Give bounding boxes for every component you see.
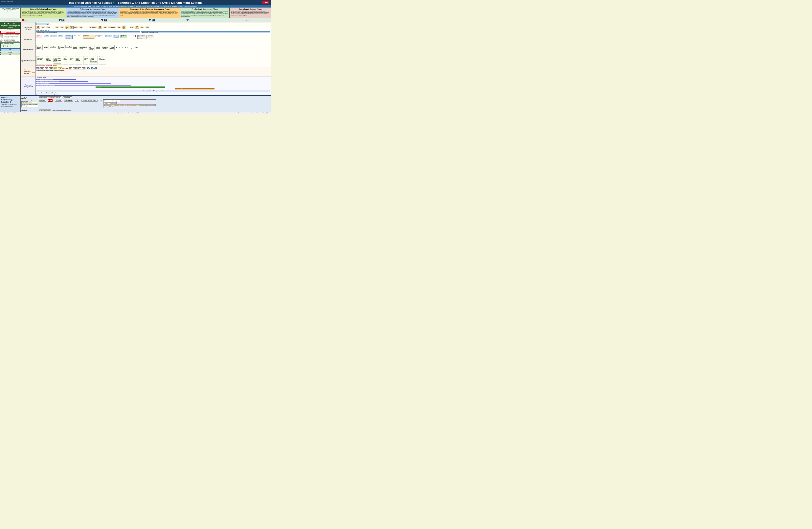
phase-ops-desc: Execute support program that meets mater… <box>231 11 270 16</box>
phase-ops-header: Operations & Support Phase Execute suppo… <box>230 8 271 18</box>
rdte-sys-dev: RDT&E – Systems Development & Demonstrat… <box>36 85 131 86</box>
phase-tech-desc: Reduce technology risk; determine and ma… <box>67 11 118 17</box>
contracting-arrow-2: → <box>64 36 64 37</box>
sdr-box: SDR <box>49 68 53 69</box>
dod-testimony-box: DoD Testimony <box>103 100 112 102</box>
rdte-bar-4: RDT&E – Systems Development & Demonstrat… <box>36 85 271 86</box>
full-rate-prod-systems: Full-RateProductionSystems <box>102 45 108 50</box>
contracting-arrow-4: → <box>104 36 105 37</box>
prr-box: PRR <box>69 68 72 69</box>
demo-support-title: DemonstrateProductSupportCapability <box>75 56 82 61</box>
ms-a-triangle <box>58 19 61 21</box>
cost-est-label: Cost Estimation Methods <box>36 77 46 78</box>
icd-box: ICD <box>0 48 20 51</box>
dod-budget-box: FYDP updated <box>64 100 73 102</box>
ppbe-row-1: Military Departments and Defense Agencie… <box>21 96 270 99</box>
mdd-label: MDD <box>24 19 27 20</box>
alt-mat-title: AlternativeMaterielSolutions <box>37 45 42 49</box>
ms-b-label: MSB <box>104 19 107 22</box>
final-prod-base-1-title: FinalProductBaseline <box>96 45 101 49</box>
ms-b-inline: B <box>91 67 93 69</box>
allocation-row: Allocation Apportionment <box>103 102 156 104</box>
phase-materiel-title: Materiel Solution Analysis Phase <box>22 8 65 10</box>
jcids-acronyms: • Joint Capabilities Integration and Dev… <box>0 34 20 42</box>
analogy-label: Analogy <box>36 92 40 94</box>
appropriated-funds-bar: Appropriated Funds To Support Contracts <box>36 90 271 92</box>
oversight-content: Acquisition Strategy DAB/ITAB MDA ADM PS… <box>36 23 271 34</box>
ibr-1: IBR <box>73 35 76 37</box>
mat-sol-title: MaterielSolution <box>44 45 48 48</box>
set-lifecycle-cluster: Set LifeCycleStrategy <box>63 56 68 65</box>
acs-pln-box: ACS Pln <box>44 35 49 37</box>
das-content: ITR ASR SRR SDR PDR CDR Post-CDR A PRR F… <box>36 67 271 76</box>
major-products-content: AlternativeMaterielSolutions MaterielSol… <box>36 44 271 55</box>
major-products-row: Major Products AlternativeMaterielSoluti… <box>21 44 271 55</box>
joint-ops-concepts-box: Joint Operations Concepts Joint Integrat… <box>0 42 20 48</box>
materiel-solution-cluster: MaterielSolution <box>44 45 49 49</box>
ppbe-arrow-3: → <box>53 100 54 101</box>
ms-c-desc: Milestone C <box>156 19 185 20</box>
sfp-el-box: SFP EL <box>58 35 63 37</box>
ms-c-label: MSC <box>152 19 155 22</box>
dor-box: DOR <box>0 54 20 55</box>
ppbe-label-area: Planning, Programming, Budgeting & Execu… <box>0 96 21 112</box>
lrip-sys-title: Low-RateInitialProductionSystems <box>89 45 94 51</box>
ppbe-arrow-1: → <box>61 97 62 98</box>
develop-product-support-cluster: Develop InitialProduct SupportStrategy(D… <box>53 56 62 65</box>
sustainment-contracts: SustainmentContracts <box>147 35 154 38</box>
review-apb-1: APB <box>93 27 97 28</box>
financial-content: Cost Estimation Methods RDT&E – Advanced… <box>36 77 271 95</box>
secdef-area: Office of the Secretary of Defense and J… <box>21 99 38 107</box>
cost-estimation-row: Cost Estimation Methods <box>36 77 271 78</box>
ppbe-row-2: Office of the Secretary of Defense and J… <box>21 99 270 109</box>
psp-1-title: ProductSupportPlan <box>70 56 73 60</box>
header-area: Version 5.4 15 June 2010 Integrated Defe… <box>0 0 271 5</box>
prod-rep-title: ProductionRepresentativeArticles <box>79 45 87 49</box>
products-items: AlternativeMaterielSolutions MaterielSol… <box>36 45 271 52</box>
pom-budget-form: Defense Planning & Programming Guidance <box>40 96 61 98</box>
national-security-strat: National Security Strategy <box>40 110 51 111</box>
presidents-budget-box <box>100 100 102 101</box>
rdte-bar-2: RDT&E – Advanced Component Development a… <box>36 81 271 82</box>
mbi-box: DoD Budget <box>55 100 62 102</box>
phase-materiel-header: Materiel Solution Analysis Phase Complet… <box>21 8 66 18</box>
das-reviews: ITR ASR SRR SDR PDR CDR Post-CDR A PRR F… <box>36 67 271 70</box>
logistics-label: Logistics/Sustainment <box>21 55 36 67</box>
das-label: Defense Acquisition System (event-driven… <box>21 67 36 76</box>
main-title: Integrated Defense Acquisition, Technolo… <box>1 1 270 4</box>
omb-box: President's Budget to Congress <box>82 100 97 102</box>
logistics-items: DefineSupportabilityObjectives EvaluateP… <box>36 56 271 65</box>
acq-strategy-bands: Initiate Evolutionary Acquisition Strate… <box>36 31 271 33</box>
contracting-content: StudyContracts → ACS Pln Source Plan SFP… <box>36 34 271 44</box>
main-chart: Version 5.4 15 June 2010 Integrated Defe… <box>0 0 271 114</box>
dod-testimony-row: DoD Testimony DoD Appeals <box>103 100 156 102</box>
review-dab-4: DAB/ITAB <box>135 26 139 29</box>
dod-appeals-box: DoD Appeals <box>113 100 120 102</box>
rdte-bar-3: RDT&E – Management & Support <box>36 83 271 84</box>
svr-box: SVR <box>82 68 85 69</box>
set-lc-title: Set LifeCycleStrategy <box>63 56 68 60</box>
lrip-systems-cluster: Low-RateInitialProductionSystems <box>88 45 95 51</box>
review-dab-3: DAB/ITAB <box>98 26 102 29</box>
ibr-3: IBR <box>128 35 131 37</box>
acq-strategy-band-mat: Acquisition Strategy <box>36 23 49 25</box>
pdr-box: PDR <box>54 68 57 69</box>
appropriations-committees: Appropriations Committees <box>126 104 138 106</box>
oversight-description: Acquisition Strategy <box>36 23 271 25</box>
post-prod-support: Post-ProductionSoftware SupportContracts <box>137 35 147 39</box>
production-contracts: ProductionContracts <box>120 35 127 38</box>
authorization-committees: Authorization Committees <box>113 104 125 106</box>
define-support-cluster: DefineSupportabilityObjectives <box>36 56 44 65</box>
contracting-label: Contracting <box>21 34 36 44</box>
ms-a-label: MSA <box>61 19 64 22</box>
oversight-row: Oversight & Review Acquisition Strategy … <box>21 23 271 34</box>
review-mda-3: MDA <box>103 27 107 28</box>
source-plan-2: Source Plan <box>105 35 112 37</box>
national-mil-strat: National Military Strategy <box>21 102 38 104</box>
review-adm-4: ADM <box>145 27 149 28</box>
final-prod-base-2-title: FinalProductBaseline <box>110 45 114 49</box>
phase-prod-title: Production & Deployment Phase <box>182 8 228 10</box>
source-sel-box: SourceSelection <box>113 35 119 38</box>
right-main-content: Oversight & Review Acquisition Strategy … <box>21 23 271 95</box>
ppbe-arrow-6: → <box>80 100 81 101</box>
